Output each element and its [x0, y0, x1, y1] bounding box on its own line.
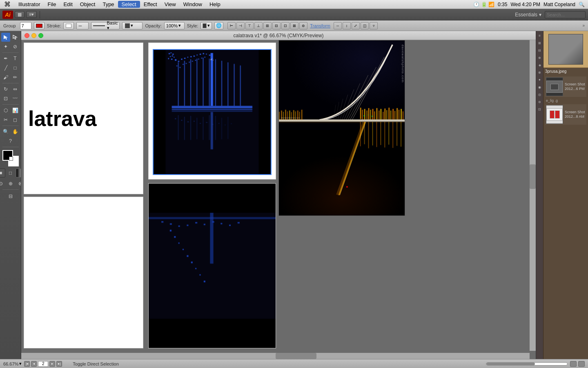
- close-btn[interactable]: [24, 33, 29, 38]
- menu-illustrator[interactable]: Illustrator: [15, 1, 44, 7]
- brush-tool[interactable]: 🖌: [1, 73, 10, 82]
- symbols-icon[interactable]: ⊗: [537, 70, 543, 75]
- menu-effect[interactable]: Effect: [140, 1, 161, 7]
- artboard-scroll[interactable]: latrava: [21, 40, 528, 351]
- lasso-tool[interactable]: ⊘: [11, 42, 20, 51]
- selection-tool[interactable]: [1, 33, 10, 42]
- group-number-input[interactable]: 7: [20, 22, 31, 29]
- align-left-btn[interactable]: ⊢: [227, 22, 236, 29]
- slice-tool[interactable]: ✂: [1, 115, 10, 124]
- stroke-color-box[interactable]: [63, 22, 74, 29]
- quick-mask-btn[interactable]: ⊕: [6, 179, 15, 188]
- zoom-tool[interactable]: 🔍: [1, 127, 10, 136]
- hscroll-thumb[interactable]: [276, 353, 316, 359]
- stroke-type-dropdown[interactable]: Basic ▾: [91, 22, 120, 29]
- align-icon[interactable]: ⊜: [537, 99, 543, 105]
- brushes-icon[interactable]: ✦: [537, 77, 543, 83]
- apple-menu[interactable]: ⌘: [0, 0, 15, 8]
- stroke-width-dropdown[interactable]: ─: [76, 22, 89, 29]
- artboard-icon[interactable]: ⊞: [537, 40, 543, 46]
- first-page-btn[interactable]: |◂: [24, 361, 30, 367]
- pen-tool[interactable]: ✒: [1, 54, 10, 63]
- align-center-btn[interactable]: ⊣: [236, 22, 245, 29]
- menu-help[interactable]: Help: [206, 1, 224, 7]
- type-tool[interactable]: T: [11, 54, 20, 63]
- appearance-icon[interactable]: ◎: [537, 92, 543, 97]
- panel-thumb-item-1[interactable]: Screen Shot 2012...6 PM: [545, 76, 586, 97]
- hand-tool[interactable]: ✋: [11, 127, 20, 136]
- essentials-menu[interactable]: Essentials ▾: [515, 12, 541, 18]
- extra-tool[interactable]: ?: [6, 137, 15, 146]
- horizontal-scrollbar[interactable]: [21, 353, 530, 359]
- eraser-tool[interactable]: ◻: [11, 115, 20, 124]
- rotate-tool[interactable]: ↻: [1, 85, 10, 94]
- transform-btn5[interactable]: ▿: [370, 22, 378, 29]
- warp-tool[interactable]: 〰: [11, 94, 20, 103]
- swap-colors[interactable]: [9, 157, 13, 161]
- menu-object[interactable]: Object: [76, 1, 99, 7]
- vertical-scrollbar[interactable]: [530, 40, 536, 351]
- menu-window[interactable]: Window: [180, 1, 206, 7]
- layers-icon[interactable]: ≡: [537, 33, 543, 38]
- stroke-btn[interactable]: □: [6, 168, 15, 177]
- maximize-btn[interactable]: [38, 33, 43, 38]
- align-mid-btn[interactable]: ⊞: [263, 22, 272, 29]
- vscroll-thumb[interactable]: [530, 164, 536, 189]
- menu-select[interactable]: Select: [118, 1, 140, 8]
- menu-file[interactable]: File: [44, 1, 60, 7]
- align-right-btn[interactable]: ⊤: [245, 22, 254, 29]
- std-mode-btn[interactable]: ⊙: [0, 179, 5, 188]
- transform-btn3[interactable]: ⤢: [352, 22, 360, 29]
- minimize-btn[interactable]: [31, 33, 36, 38]
- globe-btn[interactable]: 🌐: [214, 22, 223, 29]
- width-tool[interactable]: ⬡: [1, 106, 10, 115]
- prev-page-btn[interactable]: ◂: [31, 361, 37, 367]
- draw-mode-btn[interactable]: ⊗: [16, 179, 22, 188]
- style-dropdown[interactable]: ▾: [200, 22, 212, 29]
- cc-icon[interactable]: ◈: [537, 62, 543, 68]
- line-tool[interactable]: ╱: [1, 63, 10, 72]
- reflect-tool[interactable]: ⇔: [11, 85, 20, 94]
- magic-wand-tool[interactable]: ✦: [1, 42, 10, 51]
- zoom-control[interactable]: 66.67% ▾: [3, 361, 22, 366]
- panel-thumb-item-2[interactable]: Screen Shot 2012...8 AM: [545, 104, 586, 125]
- transform-btn1[interactable]: ↔: [334, 22, 342, 29]
- full-screen-btn[interactable]: ⊟: [6, 192, 15, 201]
- rect-tool[interactable]: □: [11, 63, 20, 72]
- toolbar2-expand[interactable]: »: [582, 23, 585, 28]
- opacity-dropdown[interactable]: 100% ▾: [164, 22, 185, 29]
- search-input[interactable]: [547, 12, 584, 17]
- scale-tool[interactable]: ⊡: [1, 94, 10, 103]
- stroke-selector-dropdown[interactable]: ▾: [122, 22, 143, 29]
- last-page-btn[interactable]: ▸|: [56, 361, 62, 367]
- menu-view[interactable]: View: [161, 1, 180, 7]
- distribute-btn[interactable]: ⊡: [281, 22, 290, 29]
- menubar-search[interactable]: 🔍: [579, 2, 585, 7]
- column-graph-tool[interactable]: 📊: [11, 106, 20, 115]
- statusbar-icon-2[interactable]: [578, 361, 585, 367]
- pencil-tool[interactable]: ✏: [11, 73, 20, 82]
- gradient-btn[interactable]: [16, 168, 22, 177]
- menu-edit[interactable]: Edit: [60, 1, 76, 7]
- transform-btn2[interactable]: ↕: [343, 22, 351, 29]
- next-page-btn[interactable]: ▸: [49, 361, 55, 367]
- stroke-color-picker[interactable]: [34, 22, 45, 29]
- fill-btn[interactable]: ■: [0, 168, 5, 177]
- direct-select-tool[interactable]: [11, 33, 20, 42]
- distribute3-btn[interactable]: ⊜: [299, 22, 307, 29]
- toolbar-mode-btn[interactable]: ▦: [15, 11, 24, 18]
- align-bottom-btn[interactable]: ⊟: [272, 22, 281, 29]
- statusbar-icon-1[interactable]: [570, 361, 577, 367]
- toolbar-arrange-btn[interactable]: ≡▾: [26, 11, 37, 18]
- menu-type[interactable]: Type: [99, 1, 118, 7]
- page-number-input[interactable]: 2: [38, 361, 48, 367]
- transform-link[interactable]: Transform: [310, 23, 330, 28]
- align-top-btn[interactable]: ⊥: [254, 22, 263, 29]
- distribute2-btn[interactable]: ⊠: [290, 22, 298, 29]
- color-box[interactable]: [2, 150, 19, 166]
- transform-panel-icon[interactable]: ⊡: [537, 106, 543, 112]
- libraries-icon[interactable]: ⊕: [537, 55, 543, 61]
- color-icon[interactable]: ◉: [537, 84, 543, 90]
- properties-icon[interactable]: ⊟: [537, 47, 543, 53]
- transform-btn4[interactable]: ◫: [361, 22, 369, 29]
